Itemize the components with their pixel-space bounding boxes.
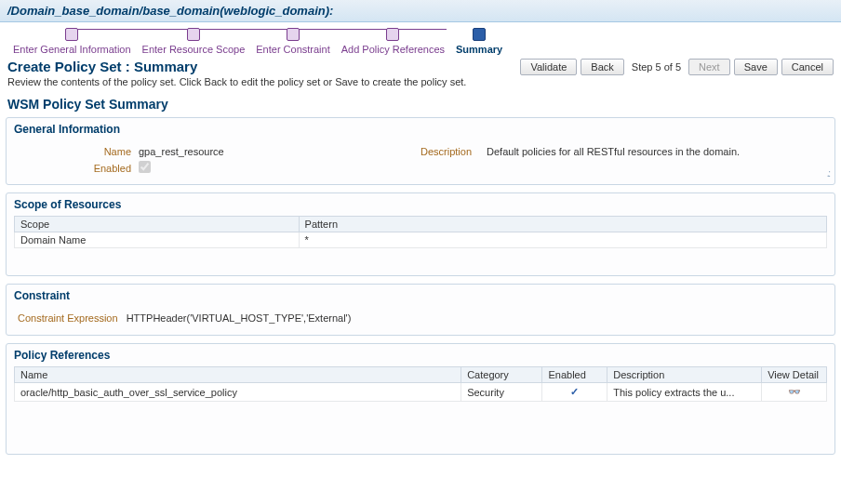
description-label: Description: [420, 146, 479, 157]
pol-col-enabled: Enabled: [542, 367, 607, 383]
scope-table: Scope Pattern Domain Name *: [14, 216, 827, 248]
constraint-heading: Constraint: [7, 285, 834, 307]
policy-view-detail-cell[interactable]: 👓: [762, 383, 827, 402]
next-button: Next: [688, 59, 730, 75]
table-row: Domain Name *: [15, 232, 827, 248]
pol-col-view-detail: View Detail: [762, 367, 827, 383]
scope-col-scope: Scope: [15, 217, 300, 232]
cancel-button[interactable]: Cancel: [781, 59, 834, 75]
save-button[interactable]: Save: [734, 59, 778, 75]
general-info-heading: General Information: [7, 118, 834, 140]
view-detail-icon[interactable]: 👓: [788, 386, 800, 398]
check-icon: ✓: [570, 386, 579, 397]
train-step-general[interactable]: Enter General Information: [7, 28, 137, 55]
validate-button[interactable]: Validate: [520, 59, 577, 75]
constraint-value: HTTPHeader('VIRTUAL_HOST_TYPE','External…: [127, 312, 352, 324]
constraint-panel: Constraint Constraint Expression HTTPHea…: [6, 284, 835, 336]
scope-col-pattern: Pattern: [299, 217, 826, 232]
breadcrumb-header: /Domain_base_domain/base_domain(weblogic…: [0, 0, 841, 22]
page-subtitle: Review the contents of the policy set. C…: [7, 76, 466, 87]
pol-col-description: Description: [607, 367, 762, 383]
policy-category-cell: Security: [461, 383, 542, 402]
train-step-summary[interactable]: Summary: [450, 28, 508, 55]
policy-refs-table: Name Category Enabled Description View D…: [14, 366, 827, 402]
action-bar: Validate Back Step 5 of 5 Next Save Canc…: [520, 59, 834, 75]
breadcrumb-text: /Domain_base_domain/base_domain(weblogic…: [7, 4, 333, 18]
pol-col-category: Category: [461, 367, 542, 383]
scope-panel: Scope of Resources Scope Pattern Domain …: [6, 192, 835, 276]
pol-col-name: Name: [15, 367, 461, 383]
policy-name-cell: oracle/http_basic_auth_over_ssl_service_…: [15, 383, 461, 402]
enabled-checkbox: [139, 161, 151, 173]
name-value: gpa_rest_resource: [139, 146, 420, 157]
policy-refs-panel: Policy References Name Category Enabled …: [6, 343, 835, 455]
summary-section-title: WSM Policy Set Summary: [0, 87, 841, 115]
train-step-constraint[interactable]: Enter Constraint: [250, 28, 335, 55]
description-value: Default policies for all RESTful resourc…: [487, 146, 740, 157]
policy-description-cell: This policy extracts the u...: [607, 383, 762, 402]
policy-enabled-cell: ✓: [542, 383, 607, 402]
wizard-train: Enter General Information Enter Resource…: [0, 22, 841, 57]
table-row[interactable]: oracle/http_basic_auth_over_ssl_service_…: [15, 383, 827, 402]
step-indicator: Step 5 of 5: [632, 61, 681, 73]
train-step-policy-refs[interactable]: Add Policy References: [336, 28, 450, 55]
name-label: Name: [18, 146, 139, 157]
resize-handle-icon[interactable]: ..:: [827, 168, 829, 179]
scope-heading: Scope of Resources: [7, 193, 834, 216]
scope-cell-pattern: *: [299, 232, 826, 248]
constraint-label: Constraint Expression: [18, 312, 118, 324]
scope-cell-scope: Domain Name: [15, 232, 300, 248]
train-step-scope[interactable]: Enter Resource Scope: [137, 28, 251, 55]
back-button[interactable]: Back: [581, 59, 623, 75]
policy-refs-heading: Policy References: [7, 344, 834, 366]
general-info-panel: General Information Name gpa_rest_resour…: [6, 117, 835, 185]
enabled-label: Enabled: [18, 163, 139, 174]
page-title: Create Policy Set : Summary: [7, 59, 466, 74]
